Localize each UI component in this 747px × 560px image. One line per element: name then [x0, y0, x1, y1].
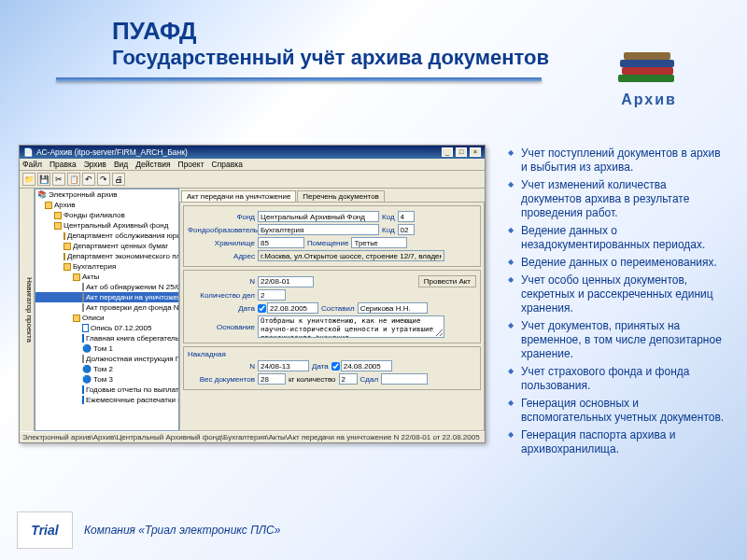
tree-view[interactable]: 📚 Электронный архив Архив Фонды филиалов…	[35, 189, 179, 431]
tree-item[interactable]: Акт об обнаружении N 25/08-01 от 25.08.2…	[35, 282, 178, 292]
tab-list[interactable]: Перечень документов	[297, 190, 385, 202]
menu-project[interactable]: Проект	[178, 160, 204, 169]
tree-item[interactable]: 🔵 Том 3	[35, 374, 178, 385]
list-item: Учет документов, принятых на временное, …	[508, 317, 728, 363]
nakl-n-input[interactable]	[258, 360, 309, 371]
toolbar-button[interactable]: 🖨	[112, 173, 125, 186]
ves-unit: кг количество	[289, 375, 336, 384]
archive-logo-label: Архив	[607, 91, 691, 108]
fond-label: Фонд	[188, 213, 255, 221]
tree-item[interactable]: Департамент ценных бумаг	[35, 241, 178, 251]
osn-textarea[interactable]: Отобраны к уничтожению, как не имеющие н…	[258, 315, 444, 338]
list-item: Учет изменений количества документов арх…	[508, 176, 728, 222]
osn-label: Основание	[188, 323, 255, 331]
list-item: Учет поступлений документов в архив и вы…	[508, 145, 728, 176]
minimize-button[interactable]: _	[442, 147, 453, 157]
addr-input	[258, 250, 444, 261]
sostavil-label: Составил	[321, 304, 355, 313]
navigator-tab[interactable]: Навигатор проекта	[20, 189, 35, 431]
n-input[interactable]	[258, 276, 314, 287]
menu-edit[interactable]: Правка	[49, 160, 77, 169]
pom-input[interactable]	[351, 237, 407, 248]
nakl-date-label: Дата	[312, 362, 329, 371]
window-title: АС-Архив (itpo-server/FIRM_ARCH_Банк)	[36, 147, 439, 157]
tree-item[interactable]: Архив	[35, 200, 178, 210]
nakl-date-input[interactable]	[341, 360, 392, 371]
cases-label: Количество дел	[188, 291, 255, 300]
tree-item-selected[interactable]: Акт передачи на уничтожение N 22/08-01 о…	[35, 292, 178, 302]
maximize-button[interactable]: □	[456, 147, 467, 157]
tree-item[interactable]: 🔵 Том 2	[35, 364, 178, 374]
sdal-input[interactable]	[381, 373, 428, 385]
tree-item[interactable]: Описи	[35, 313, 178, 323]
company-name: Компания «Триал электроникс ПЛС»	[84, 524, 280, 537]
pom-label: Помещение	[307, 239, 348, 247]
nakl-title: Накладная	[188, 350, 476, 358]
run-act-button[interactable]: Провести Акт	[418, 275, 476, 287]
cases-input[interactable]	[258, 289, 286, 301]
divider-line	[56, 77, 542, 81]
date-checkbox[interactable]	[258, 304, 266, 313]
tree-item[interactable]: Годовые отчеты по выплатам налогов в бюд…	[35, 385, 178, 395]
tab-act[interactable]: Акт передачи на уничтожение	[181, 190, 296, 202]
ves-label: Вес документов	[188, 375, 255, 384]
company-logo: Trial	[17, 511, 73, 549]
toolbar-button[interactable]: 📁	[22, 173, 35, 186]
toolbar-button[interactable]: ↷	[97, 173, 110, 186]
app-icon: 📄	[23, 147, 34, 157]
obraz-input[interactable]	[258, 224, 379, 235]
hran-label: Хранилище	[188, 239, 255, 247]
app-window: 📄 АС-Архив (itpo-server/FIRM_ARCH_Банк) …	[19, 145, 486, 443]
kod-input[interactable]	[398, 211, 415, 222]
tree-item[interactable]: 🔵 Том 1	[35, 343, 178, 354]
menu-help[interactable]: Справка	[212, 160, 243, 169]
list-item: Генерация основных и вспомогательных уче…	[508, 395, 728, 427]
hran-input[interactable]	[258, 237, 304, 248]
tree-item[interactable]: Бухгалтерия	[35, 261, 178, 272]
tree-item[interactable]: Акты	[35, 272, 178, 282]
addr-label: Адрес	[188, 252, 255, 260]
n-label: N	[188, 277, 255, 286]
kod2-input[interactable]	[398, 224, 415, 235]
sostavil-input[interactable]	[358, 302, 428, 314]
tree-item[interactable]: Опись 07.12.2005	[35, 323, 178, 333]
close-button[interactable]: ×	[470, 147, 481, 157]
toolbar-button[interactable]: 📋	[67, 173, 80, 186]
ves-input[interactable]	[258, 373, 286, 385]
tree-item[interactable]: Центральный Архивный фонд	[35, 220, 178, 231]
toolbar-button[interactable]: ✂	[52, 173, 65, 186]
toolbar-button[interactable]: 💾	[37, 173, 50, 186]
tree-item[interactable]: Фонды филиалов	[35, 210, 178, 220]
date-input[interactable]	[267, 302, 318, 314]
menu-actions[interactable]: Действия	[135, 160, 170, 169]
kod-label: Код	[382, 213, 395, 221]
nakl-n-label: N	[188, 362, 255, 371]
toolbar: 📁 💾 ✂ 📋 ↶ ↷ 🖨	[20, 171, 485, 189]
menu-archive[interactable]: Эрхив	[84, 160, 106, 169]
list-item: Ведение данных о незадокументированных п…	[508, 222, 728, 254]
menu-view[interactable]: Вид	[114, 160, 128, 169]
tree-item[interactable]: Главная книга сберегательного банка за 2…	[35, 333, 178, 343]
menu-bar: Файл Правка Эрхив Вид Действия Проект Сп…	[20, 159, 485, 171]
tree-item[interactable]: Департамент обслуживания юридических лиц…	[35, 231, 178, 241]
status-bar: Электронный архив\Архив\Центральный Архи…	[20, 431, 485, 442]
list-item: Учет особо ценных документов, секретных …	[508, 272, 728, 317]
tree-item[interactable]: Акт проверки дел фонда N 24-08/01 от 24.…	[35, 302, 178, 313]
tree-root[interactable]: 📚 Электронный архив	[35, 189, 178, 200]
list-item: Ведение данных о переименованиях.	[508, 254, 728, 272]
qty-input[interactable]	[339, 373, 358, 385]
kod2-label: Код	[382, 226, 395, 234]
page-title-main: ПУАФД	[112, 17, 747, 46]
fond-input[interactable]	[258, 211, 379, 222]
feature-list: Учет поступлений документов в архив и вы…	[486, 145, 728, 513]
archive-logo: Архив	[607, 47, 691, 121]
list-item: Учет страхового фонда и фонда пользовани…	[508, 363, 728, 395]
tree-item[interactable]: Должностная инструкция Главного бухгалте…	[35, 354, 178, 364]
tree-item[interactable]: Департамент экономического планирования	[35, 251, 178, 261]
nakl-date-checkbox[interactable]	[331, 362, 340, 371]
tree-item[interactable]: Ежемесячные распечатки по расчетному сче…	[35, 395, 178, 405]
toolbar-button[interactable]: ↶	[82, 173, 95, 186]
obraz-label: Фондообразователь	[188, 226, 255, 234]
menu-file[interactable]: Файл	[22, 160, 42, 169]
list-item: Генерация паспорта архива и архивохранил…	[508, 427, 728, 458]
